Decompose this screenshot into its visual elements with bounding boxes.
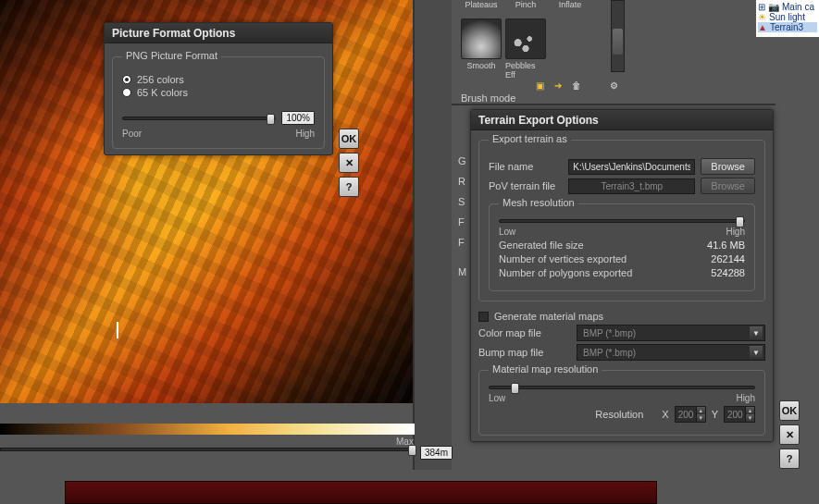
tab-g[interactable]: G [458, 155, 466, 166]
mesh-low-label: Low [499, 227, 515, 237]
slider-thumb[interactable] [408, 445, 416, 456]
help-button[interactable]: ? [339, 177, 359, 197]
polys-label: Number of polygons exported [499, 267, 632, 278]
brush-label: Pebbles Eff [505, 61, 546, 80]
trash-icon[interactable]: 🗑 [570, 79, 583, 92]
x-label: X [662, 409, 668, 420]
tab-m[interactable]: M [458, 266, 466, 277]
mat-res-legend: Material map resolution [489, 363, 602, 375]
browse-button-disabled: Browse [701, 178, 755, 194]
tree-item-main-camera[interactable]: ⊞📷Main ca [758, 2, 817, 12]
brush-thumbnail [461, 18, 502, 59]
vertical-divider [413, 0, 415, 470]
radio-icon [122, 75, 131, 84]
res-y-input[interactable]: 200▲▼ [724, 406, 755, 423]
generate-maps-checkbox[interactable] [478, 312, 489, 322]
ok-button[interactable]: OK [339, 129, 359, 149]
tab-f2[interactable]: F [458, 237, 466, 248]
brush-label: Smooth [466, 61, 495, 70]
color-map-dropdown[interactable]: BMP (*.bmp)▼ [577, 325, 765, 341]
tree-item-sun-light[interactable]: ☀Sun light [758, 12, 817, 22]
help-button[interactable]: ? [779, 449, 800, 469]
cancel-button[interactable]: ✕ [779, 424, 800, 445]
pov-file-label: PoV terrain file [489, 180, 563, 191]
brush-pebbles[interactable]: Pebbles Eff [505, 18, 546, 80]
radio-256[interactable]: 256 colors [122, 74, 315, 85]
mat-high-label: High [736, 393, 755, 403]
title-text: Terrain Export Options [478, 114, 599, 127]
radio-label: 256 colors [137, 74, 184, 85]
arrow-right-icon[interactable]: ➔ [552, 79, 565, 92]
distance-value: 384m [420, 446, 453, 460]
mat-res-slider[interactable] [489, 386, 755, 389]
chevron-down-icon: ▼ [750, 346, 763, 359]
group-legend: PNG Picture Format [122, 50, 221, 61]
chevron-down-icon: ▼ [750, 326, 763, 339]
tab-s[interactable]: S [458, 196, 466, 207]
polys-value: 524288 [711, 267, 745, 278]
mat-low-label: Low [489, 393, 505, 403]
camera-icon: 📷 [768, 2, 779, 12]
open-icon[interactable]: ▣ [533, 79, 546, 92]
brush-label[interactable]: Pinch [515, 0, 537, 9]
y-label: Y [712, 409, 718, 420]
status-bar [65, 481, 657, 504]
spin-down-icon[interactable]: ▼ [746, 414, 754, 422]
brush-row-top: Plateaus Pinch Inflate [461, 0, 590, 9]
distance-slider[interactable] [0, 444, 415, 455]
panel-title: Terrain Export Options [471, 110, 773, 130]
gen-size-value: 41.6 MB [707, 240, 745, 251]
slider-thumb[interactable] [267, 114, 275, 125]
title-text: Picture Format Options [112, 27, 235, 40]
brush-scrollbar[interactable] [611, 0, 625, 72]
brush-label[interactable]: Inflate [559, 0, 582, 9]
pov-file-input [568, 178, 695, 194]
verts-value: 262144 [711, 253, 745, 264]
color-map-label: Color map file [478, 327, 571, 338]
tab-f1[interactable]: F [458, 216, 466, 227]
resolution-label: Resolution [595, 409, 643, 420]
radio-65k[interactable]: 65 K colors [122, 87, 315, 98]
tree-item-terrain[interactable]: ▲Terrain3 [758, 22, 817, 32]
slider-thumb[interactable] [736, 216, 744, 227]
quality-slider[interactable] [122, 117, 276, 120]
bump-map-label: Bump map file [478, 347, 571, 358]
brush-label[interactable]: Plateaus [465, 0, 497, 9]
brush-smooth[interactable]: Smooth [461, 18, 502, 80]
mesh-res-slider[interactable] [499, 219, 745, 223]
browse-button[interactable]: Browse [701, 158, 755, 175]
side-letter-tabs: G R S F F M [458, 155, 466, 277]
brush-row-bottom: Smooth Pebbles Eff [461, 18, 546, 80]
spin-down-icon[interactable]: ▼ [697, 414, 705, 422]
tab-r[interactable]: R [458, 176, 466, 187]
verts-label: Number of vertices exported [499, 253, 627, 264]
bump-map-dropdown[interactable]: BMP (*.bmp)▼ [577, 344, 765, 361]
plus-icon[interactable]: ⊞ [758, 2, 765, 12]
slider-thumb[interactable] [511, 383, 519, 394]
radio-icon [122, 88, 131, 97]
picture-format-panel: Picture Format Options PNG Picture Forma… [104, 22, 333, 155]
brush-thumbnail [505, 18, 546, 59]
color-gradient-strip[interactable] [0, 424, 415, 435]
mesh-res-legend: Mesh resolution [499, 197, 578, 208]
file-name-input[interactable] [568, 159, 695, 175]
file-name-label: File name [489, 161, 563, 172]
group-legend: Export terrain as [489, 133, 571, 144]
radio-label: 65 K colors [137, 87, 188, 98]
spin-up-icon[interactable]: ▲ [697, 407, 705, 414]
panel-title: Picture Format Options [105, 23, 332, 43]
dropdown-value: BMP (*.bmp) [583, 328, 636, 338]
spin-up-icon[interactable]: ▲ [746, 407, 754, 414]
scene-tree[interactable]: ⊞📷Main ca ☀Sun light ▲Terrain3 [756, 0, 819, 37]
settings-icon[interactable]: ⚙ [607, 79, 620, 92]
ok-button[interactable]: OK [779, 400, 800, 421]
sun-icon: ☀ [758, 12, 766, 22]
dropdown-value: BMP (*.bmp) [583, 348, 636, 358]
terrain-export-panel: Terrain Export Options Export terrain as… [470, 109, 774, 442]
h-divider [452, 104, 776, 105]
quality-low-label: Poor [122, 129, 142, 139]
brush-mode-label: Brush mode [461, 92, 515, 104]
cancel-button[interactable]: ✕ [339, 153, 359, 173]
res-x-input[interactable]: 200▲▼ [675, 406, 706, 423]
mesh-high-label: High [726, 227, 745, 237]
